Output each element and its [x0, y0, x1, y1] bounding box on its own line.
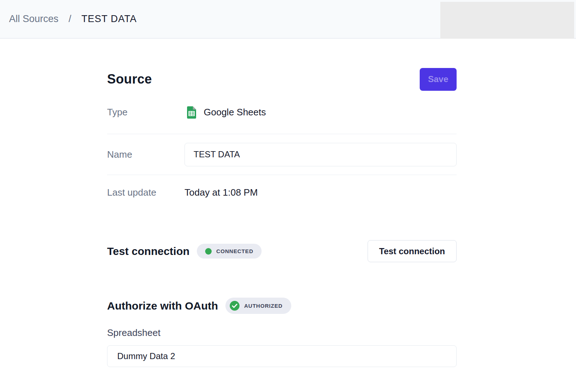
header-placeholder-block: [440, 2, 574, 39]
type-label: Type: [107, 107, 185, 118]
name-label: Name: [107, 149, 185, 160]
breadcrumb-all-sources-link[interactable]: All Sources: [9, 13, 59, 25]
authorized-status-badge: AUTHORIZED: [225, 298, 291, 314]
source-header: Source Save: [107, 68, 457, 91]
oauth-title: Authorize with OAuth: [107, 300, 218, 312]
green-dot-icon: [205, 248, 212, 255]
test-connection-button[interactable]: Test connection: [368, 240, 457, 262]
spreadsheet-select[interactable]: [107, 345, 457, 367]
last-update-value: Today at 1:08 PM: [185, 187, 258, 198]
spreadsheet-label: Spreadsheet: [107, 327, 457, 338]
connected-status-badge: CONNECTED: [197, 244, 262, 259]
name-input[interactable]: [185, 143, 457, 166]
authorized-status-label: AUTHORIZED: [244, 303, 283, 309]
breadcrumb-current-page: TEST DATA: [81, 13, 137, 25]
breadcrumb-separator: /: [69, 13, 72, 25]
oauth-section: Authorize with OAuth AUTHORIZED Spreadsh…: [107, 298, 457, 367]
source-detail-page: Source Save Type Google Sheets: [107, 68, 457, 367]
last-update-label: Last update: [107, 187, 185, 198]
type-row: Type Google Sheets: [107, 91, 457, 134]
type-value-text: Google Sheets: [204, 107, 266, 118]
test-connection-section: Test connection CONNECTED Test connectio…: [107, 240, 457, 262]
check-circle-icon: [230, 301, 240, 311]
top-bar: All Sources / TEST DATA: [0, 0, 576, 39]
name-row: Name: [107, 134, 457, 175]
last-update-row: Last update Today at 1:08 PM: [107, 175, 457, 210]
test-connection-title: Test connection: [107, 245, 190, 257]
google-sheets-icon: [185, 106, 198, 119]
breadcrumb: All Sources / TEST DATA: [9, 13, 137, 25]
type-value: Google Sheets: [185, 106, 266, 119]
page-title: Source: [107, 72, 152, 87]
save-button[interactable]: Save: [420, 68, 457, 91]
connected-status-label: CONNECTED: [216, 248, 253, 254]
